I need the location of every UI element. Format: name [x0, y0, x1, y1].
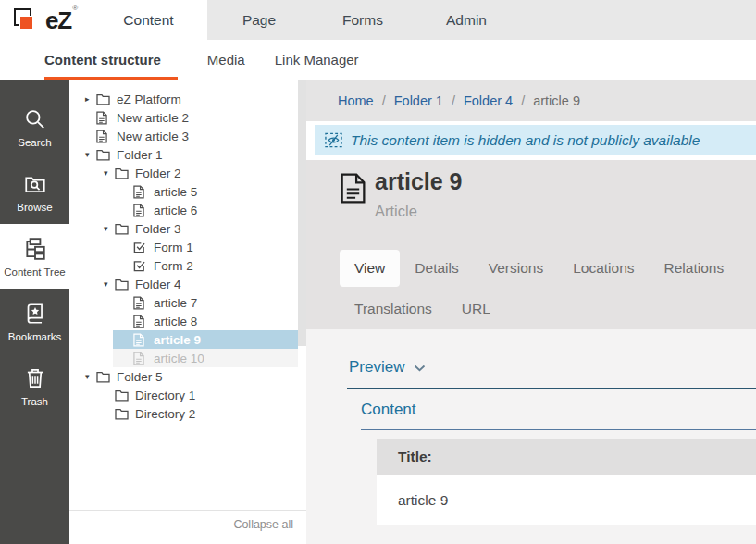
form-icon: [133, 241, 148, 253]
tree-item-folder-3[interactable]: Folder 3: [69, 219, 306, 238]
folder-icon: [96, 93, 111, 105]
chevron-down-icon: [414, 358, 426, 377]
content-header: article 9 Article View Details Versions …: [306, 160, 756, 329]
logo-orange-square: [19, 16, 33, 30]
breadcrumb-separator: /: [452, 93, 455, 108]
chevron-down-icon[interactable]: [104, 279, 115, 289]
sub-nav: Content structure Media Link Manager: [0, 40, 756, 80]
folder-icon: [96, 371, 111, 383]
tree-item-folder-4[interactable]: Folder 4: [69, 275, 306, 293]
sidebar-item-label: Search: [18, 137, 51, 148]
trash-icon: [23, 366, 47, 390]
chevron-down-icon[interactable]: [104, 168, 115, 178]
tab-content[interactable]: Content: [90, 0, 207, 40]
folder-icon: [115, 389, 130, 402]
breadcrumb: Home / Folder 1 / Folder 4 / article 9: [306, 80, 756, 121]
tree-item-ez-platform[interactable]: eZ Platform: [69, 90, 306, 108]
sidebar-item-label: Trash: [21, 396, 48, 407]
folder-icon: [115, 408, 130, 420]
chevron-right-icon[interactable]: [85, 94, 96, 104]
tree-item-directory-2[interactable]: Directory 2: [69, 404, 306, 423]
folder-icon: [115, 278, 130, 291]
tree-item-article-9-selected[interactable]: article 9: [69, 330, 306, 349]
field-card: Title: article 9: [377, 439, 756, 525]
tab-versions[interactable]: Versions: [474, 250, 558, 287]
view-tab-body: Preview Content Title: article 9: [306, 329, 756, 544]
tab-translations[interactable]: Translations: [340, 291, 447, 328]
tree-item-folder-5[interactable]: Folder 5: [69, 367, 306, 386]
sidebar-item-search[interactable]: Search: [0, 94, 69, 159]
form-icon: [133, 260, 148, 272]
article-icon: [133, 333, 148, 347]
tab-forms[interactable]: Forms: [311, 0, 415, 40]
sidebar-item-bookmarks[interactable]: Bookmarks: [0, 289, 69, 353]
tab-relations[interactable]: Relations: [650, 250, 739, 287]
tab-admin[interactable]: Admin: [415, 0, 518, 40]
tab-view[interactable]: View: [340, 250, 400, 287]
breadcrumb-link-home[interactable]: Home: [338, 93, 374, 108]
field-value: article 9: [377, 475, 756, 525]
tree-item-directory-1[interactable]: Directory 1: [69, 386, 306, 404]
content-type-label: Article: [375, 203, 417, 220]
hidden-eye-icon: [325, 131, 342, 149]
left-sidebar: Search Browse Content Tree: [0, 80, 69, 544]
subtab-content-structure[interactable]: Content structure: [44, 40, 178, 80]
preview-label: Preview: [349, 358, 404, 377]
sidebar-item-trash[interactable]: Trash: [0, 353, 69, 418]
tree-item-new-article-3[interactable]: New article 3: [69, 127, 306, 145]
sidebar-item-label: Browse: [17, 202, 52, 213]
collapse-all-button[interactable]: Collapse all: [233, 518, 293, 531]
browse-icon: [23, 172, 47, 196]
preview-divider: [347, 388, 756, 389]
content-tree-list: eZ Platform New article 2 New article 3 …: [69, 80, 306, 423]
breadcrumb-link-folder-1[interactable]: Folder 1: [394, 93, 443, 108]
content-tree-panel: eZ Platform New article 2 New article 3 …: [69, 80, 306, 544]
sidebar-item-label: Content Tree: [4, 266, 65, 278]
tree-item-form-2[interactable]: Form 2: [69, 256, 306, 275]
tree-item-new-article-2[interactable]: New article 2: [69, 108, 306, 127]
subtab-media[interactable]: Media: [207, 40, 245, 80]
content-tabs-row-1: View Details Versions Locations Relation…: [340, 250, 738, 287]
top-bar: eZ ® Content Page Forms Admin: [0, 0, 756, 40]
main-content: Home / Folder 1 / Folder 4 / article 9 T…: [306, 80, 756, 544]
article-icon: [96, 111, 111, 125]
subtab-link-manager[interactable]: Link Manager: [275, 40, 359, 80]
tree-item-article-5[interactable]: article 5: [69, 182, 306, 201]
tab-details[interactable]: Details: [400, 250, 473, 287]
folder-icon: [115, 223, 130, 235]
registered-mark: ®: [72, 4, 78, 12]
tab-page[interactable]: Page: [207, 0, 311, 40]
breadcrumb-separator: /: [382, 93, 386, 108]
ez-logo-icon: [12, 7, 42, 32]
article-icon: [133, 352, 148, 365]
tab-locations[interactable]: Locations: [558, 250, 649, 287]
article-icon: [133, 185, 148, 199]
article-icon: [133, 296, 148, 310]
tree-item-folder-1[interactable]: Folder 1: [69, 145, 306, 164]
preview-toggle[interactable]: Preview: [349, 358, 756, 377]
tree-item-article-8[interactable]: article 8: [69, 312, 306, 330]
hidden-content-alert: This content item is hidden and is not p…: [315, 125, 756, 155]
tree-item-folder-2[interactable]: Folder 2: [69, 164, 306, 182]
logo-text: eZ: [45, 8, 71, 32]
sidebar-item-content-tree[interactable]: Content Tree: [0, 224, 69, 289]
bookmarks-icon: [23, 302, 47, 326]
chevron-down-icon[interactable]: [104, 224, 115, 233]
content-tabs-row-2: Translations URL: [340, 291, 505, 328]
article-icon: [341, 173, 366, 207]
chevron-down-icon[interactable]: [85, 150, 96, 159]
chevron-down-icon[interactable]: [85, 372, 96, 381]
article-icon: [133, 315, 148, 328]
breadcrumb-link-folder-4[interactable]: Folder 4: [464, 93, 513, 108]
tab-url[interactable]: URL: [447, 291, 505, 328]
ez-logo[interactable]: eZ ®: [0, 0, 90, 40]
content-section-heading: Content: [361, 401, 756, 419]
tree-scrollbar[interactable]: [298, 80, 306, 346]
tree-item-article-7[interactable]: article 7: [69, 293, 306, 312]
tree-item-form-1[interactable]: Form 1: [69, 238, 306, 256]
tree-item-article-10-hidden[interactable]: article 10: [69, 349, 306, 367]
sidebar-item-browse[interactable]: Browse: [0, 159, 69, 224]
breadcrumb-separator: /: [521, 93, 525, 108]
tree-item-article-6[interactable]: article 6: [69, 201, 306, 219]
article-icon: [133, 204, 148, 217]
